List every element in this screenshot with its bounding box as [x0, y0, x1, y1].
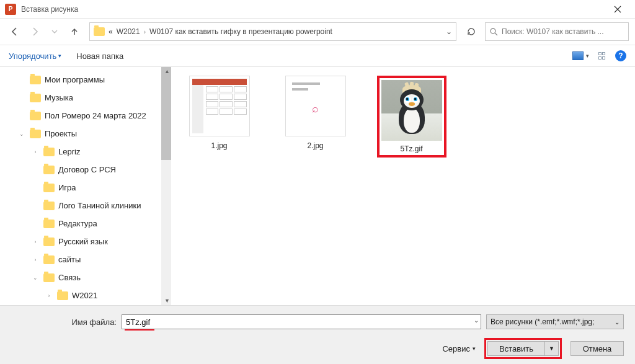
- filename-label: Имя файла:: [11, 317, 117, 327]
- magnifier-icon: ⌕: [312, 102, 319, 115]
- chevron-right-icon[interactable]: ›: [31, 239, 40, 245]
- preview-pane-button[interactable]: [598, 51, 606, 60]
- navbar: « W2021 › W0107 как вставить гифку в пре…: [0, 19, 635, 45]
- tree-item[interactable]: Мои программы: [0, 71, 171, 89]
- forward-button[interactable]: [26, 23, 43, 40]
- tree-item[interactable]: Лого Таниной клиники: [0, 197, 171, 215]
- cancel-button[interactable]: Отмена: [571, 341, 624, 356]
- new-folder-button[interactable]: Новая папка: [76, 51, 123, 61]
- folder-icon: [43, 255, 55, 264]
- insert-dropdown[interactable]: ▼: [544, 341, 559, 356]
- chevron-right-icon[interactable]: ›: [31, 149, 40, 155]
- breadcrumb-seg1[interactable]: W2021: [117, 27, 140, 36]
- tree-item[interactable]: Договор С РСЯ: [0, 161, 171, 179]
- window-title: Вставка рисунка: [21, 5, 605, 14]
- tree-item[interactable]: ›W2021: [0, 286, 171, 304]
- svg-point-0: [491, 29, 495, 33]
- file-thumbnail: ⌕: [285, 76, 346, 136]
- titlebar: P Вставка рисунка: [0, 0, 635, 19]
- folder-icon: [30, 76, 41, 84]
- tree-item[interactable]: Музыка: [0, 89, 171, 107]
- file-thumbnail: [189, 76, 250, 136]
- tree-item[interactable]: ›Lepriz: [0, 143, 171, 161]
- filter-label: Все рисунки (*.emf;*.wmf;*.jpg;: [491, 317, 594, 326]
- chevron-down-icon[interactable]: ⌄: [474, 317, 479, 324]
- chevron-right-icon[interactable]: ›: [45, 293, 53, 299]
- filename-input[interactable]: [122, 314, 481, 329]
- tree-item[interactable]: ⌄Связь: [0, 269, 171, 286]
- chevron-down-icon[interactable]: ⌄: [17, 131, 26, 137]
- up-button[interactable]: [66, 23, 83, 40]
- organize-menu[interactable]: Упорядочить▾: [9, 51, 61, 61]
- tree-item[interactable]: Игра: [0, 179, 171, 197]
- search-placeholder: Поиск: W0107 как вставить ...: [502, 27, 603, 36]
- tree-item-label: Мои программы: [45, 75, 105, 84]
- breadcrumb-prefix: «: [109, 27, 113, 36]
- chevron-down-icon: ▾: [586, 53, 589, 59]
- tree-item-label: Лого Таниной клиники: [58, 201, 141, 210]
- breadcrumb[interactable]: « W2021 › W0107 как вставить гифку в пре…: [89, 22, 456, 41]
- file-thumbnail: [381, 80, 442, 141]
- folder-icon: [57, 291, 68, 300]
- tree-item[interactable]: Редактура: [0, 215, 171, 233]
- chevron-down-icon[interactable]: ⌄: [446, 27, 452, 36]
- tree-item[interactable]: ›сайты: [0, 251, 171, 269]
- folder-icon: [30, 130, 41, 138]
- chevron-down-icon[interactable]: ⌄: [31, 275, 40, 281]
- tree-item[interactable]: ›Русский язык: [0, 233, 171, 251]
- search-icon: [489, 27, 498, 36]
- back-button[interactable]: [6, 23, 24, 40]
- file-item[interactable]: ⌕2.jpg: [280, 76, 351, 150]
- tree-item-label: Связь: [58, 273, 81, 282]
- view-mode-button[interactable]: ▾: [572, 51, 589, 60]
- highlight-underline: [125, 329, 154, 331]
- tree-item[interactable]: Пол Ромеро 24 марта 2022: [0, 107, 171, 125]
- file-grid[interactable]: 1.jpg⌕2.jpg5Tz.gif: [171, 67, 635, 305]
- tree-item-label: Пол Ромеро 24 марта 2022: [45, 111, 146, 120]
- scrollbar[interactable]: ▲ ▼: [161, 67, 171, 305]
- recent-dropdown[interactable]: [46, 23, 63, 40]
- app-icon: P: [5, 4, 16, 15]
- chevron-down-icon: ▾: [58, 53, 61, 59]
- tree-item-label: Редактура: [58, 219, 97, 228]
- tree-item-label: Проекты: [45, 129, 77, 138]
- footer: Имя файла: ⌄ Все рисунки (*.emf;*.wmf;*.…: [0, 305, 635, 364]
- folder-icon: [94, 27, 105, 36]
- folder-icon: [30, 112, 41, 120]
- help-button[interactable]: ?: [615, 50, 626, 61]
- selection-highlight: 5Tz.gif: [377, 76, 446, 158]
- folder-icon: [43, 202, 55, 210]
- folder-icon: [43, 273, 55, 282]
- tree-item-label: Музыка: [45, 93, 73, 102]
- chevron-right-icon: ›: [144, 29, 146, 35]
- tree-item-label: сайты: [58, 255, 81, 264]
- tree-item-label: Русский язык: [58, 237, 108, 246]
- file-item[interactable]: 5Tz.gif: [376, 76, 447, 158]
- insert-button[interactable]: Вставить: [487, 341, 544, 356]
- chevron-down-icon: ⌄: [615, 319, 619, 326]
- tree-item-label: Договор С РСЯ: [58, 165, 116, 174]
- main-area: Мои программыМузыкаПол Ромеро 24 марта 2…: [0, 67, 635, 305]
- file-item[interactable]: 1.jpg: [184, 76, 255, 150]
- folder-tree[interactable]: Мои программыМузыкаПол Ромеро 24 марта 2…: [0, 67, 171, 305]
- folder-icon: [43, 220, 55, 228]
- tree-item-label: W2021: [72, 291, 97, 300]
- toolbar: Упорядочить▾ Новая папка ▾ ?: [0, 45, 635, 67]
- folder-icon: [43, 148, 55, 156]
- refresh-button[interactable]: [463, 23, 480, 40]
- file-type-filter[interactable]: Все рисунки (*.emf;*.wmf;*.jpg; ⌄: [486, 314, 624, 329]
- tree-item-label: Игра: [58, 183, 76, 192]
- folder-icon: [30, 94, 41, 102]
- tree-item[interactable]: ⌄Проекты: [0, 125, 171, 143]
- chevron-down-icon: ▾: [473, 345, 476, 352]
- breadcrumb-seg2[interactable]: W0107 как вставить гифку в презентацию p…: [149, 27, 332, 36]
- chevron-right-icon[interactable]: ›: [31, 257, 40, 263]
- search-input[interactable]: Поиск: W0107 как вставить ...: [485, 22, 629, 41]
- tools-menu[interactable]: Сервис▾: [442, 344, 476, 353]
- tree-item-label: Lepriz: [58, 147, 80, 156]
- folder-icon: [43, 166, 55, 174]
- insert-button-highlight: Вставить ▼: [484, 338, 562, 359]
- folder-icon: [43, 237, 55, 246]
- close-button[interactable]: [605, 0, 630, 19]
- scrollbar-thumb[interactable]: [161, 67, 171, 160]
